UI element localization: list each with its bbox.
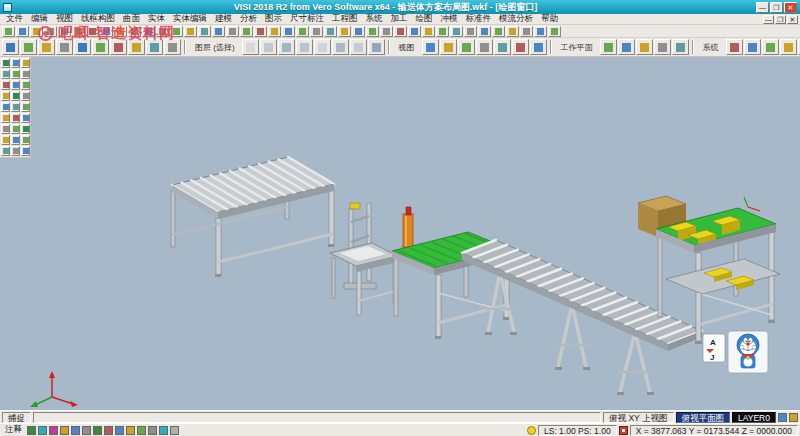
tool-icon[interactable] <box>27 426 36 435</box>
menu-item[interactable]: 分析 <box>236 13 261 25</box>
tool-icon[interactable] <box>762 39 779 55</box>
tool-icon[interactable] <box>92 39 109 55</box>
tool-icon[interactable] <box>38 426 47 435</box>
tool-icon[interactable] <box>44 26 57 37</box>
tool-icon[interactable] <box>278 39 295 55</box>
tool-icon[interactable] <box>520 26 533 37</box>
viewport[interactable]: A J <box>0 57 800 410</box>
tool-icon[interactable] <box>30 26 43 37</box>
menu-item[interactable]: 系统 <box>362 13 387 25</box>
tool-icon[interactable] <box>38 39 55 55</box>
menu-item[interactable]: 绘图 <box>412 13 437 25</box>
tool-icon[interactable] <box>1 102 10 112</box>
view-plane-field[interactable]: 俯视平面图 <box>676 412 731 423</box>
tool-icon[interactable] <box>2 39 19 55</box>
tool-icon[interactable] <box>1 113 10 123</box>
tool-icon[interactable] <box>137 426 146 435</box>
annotation-toggle[interactable]: 注释 <box>2 424 25 436</box>
menu-item[interactable]: 帮助 <box>537 13 562 25</box>
tool-icon[interactable] <box>146 39 163 55</box>
tool-icon[interactable] <box>618 39 635 55</box>
tool-icon[interactable] <box>56 39 73 55</box>
tool-icon[interactable] <box>21 102 30 112</box>
origin-icon[interactable] <box>619 426 628 435</box>
tool-icon[interactable] <box>11 113 20 123</box>
tool-icon[interactable] <box>464 26 477 37</box>
tool-icon[interactable] <box>654 39 671 55</box>
tool-icon[interactable] <box>212 26 225 37</box>
tool-icon[interactable] <box>142 26 155 37</box>
tool-icon[interactable] <box>128 26 141 37</box>
tool-icon[interactable] <box>72 26 85 37</box>
tool-icon[interactable] <box>82 426 91 435</box>
menu-item[interactable]: 文件 <box>2 13 27 25</box>
tool-icon[interactable] <box>476 39 493 55</box>
tool-icon[interactable] <box>11 102 20 112</box>
tool-icon[interactable] <box>1 124 10 134</box>
tool-icon[interactable] <box>11 91 20 101</box>
snap-button[interactable]: 捕捉 <box>2 412 31 423</box>
menu-item[interactable]: 标准件 <box>462 13 496 25</box>
tool-icon[interactable] <box>100 26 113 37</box>
tool-icon[interactable] <box>422 39 439 55</box>
tool-icon[interactable] <box>324 26 337 37</box>
tool-icon[interactable] <box>11 58 20 68</box>
tool-icon[interactable] <box>60 426 69 435</box>
tool-icon[interactable] <box>128 39 145 55</box>
tool-icon[interactable] <box>21 69 30 79</box>
tool-icon[interactable] <box>268 26 281 37</box>
menu-item[interactable]: 图示 <box>261 13 286 25</box>
view-axes-field[interactable]: 俯视 XY 上视图 <box>603 412 673 423</box>
tool-icon[interactable] <box>436 26 449 37</box>
tool-icon[interactable] <box>242 39 259 55</box>
tool-icon[interactable] <box>600 39 617 55</box>
tool-icon[interactable] <box>380 26 393 37</box>
menu-item[interactable]: 编辑 <box>27 13 52 25</box>
cad-canvas[interactable]: A J <box>0 57 800 410</box>
tool-icon[interactable] <box>726 39 743 55</box>
tool-icon[interactable] <box>478 26 491 37</box>
tool-icon[interactable] <box>368 39 385 55</box>
mdi-restore-button[interactable]: ❐ <box>775 15 786 24</box>
tool-icon[interactable] <box>240 26 253 37</box>
tool-icon[interactable] <box>21 124 30 134</box>
tool-icon[interactable] <box>20 39 37 55</box>
tool-icon[interactable] <box>11 80 20 90</box>
tool-icon[interactable] <box>314 39 331 55</box>
tool-icon[interactable] <box>110 39 127 55</box>
tool-icon[interactable] <box>21 135 30 145</box>
menu-item[interactable]: 线框构图 <box>77 13 119 25</box>
tool-icon[interactable] <box>506 26 519 37</box>
tool-icon[interactable] <box>450 26 463 37</box>
tool-icon[interactable] <box>21 58 30 68</box>
tool-icon[interactable] <box>789 413 798 422</box>
tool-icon[interactable] <box>350 39 367 55</box>
menu-item[interactable]: 实体编辑 <box>169 13 211 25</box>
tool-icon[interactable] <box>254 26 267 37</box>
tool-icon[interactable] <box>366 26 379 37</box>
minimize-button[interactable]: — <box>756 2 769 13</box>
tool-icon[interactable] <box>1 58 10 68</box>
tool-icon[interactable] <box>408 26 421 37</box>
mdi-close-button[interactable]: ✕ <box>787 15 798 24</box>
mdi-minimize-button[interactable]: — <box>763 15 774 24</box>
tool-icon[interactable] <box>170 26 183 37</box>
scale-field[interactable]: LS: 1.00 PS: 1.00 <box>538 425 617 436</box>
tool-icon[interactable] <box>296 39 313 55</box>
tool-icon[interactable] <box>422 26 435 37</box>
tool-icon[interactable] <box>672 39 689 55</box>
tool-icon[interactable] <box>148 426 157 435</box>
tool-icon[interactable] <box>226 26 239 37</box>
menu-item[interactable]: 实体 <box>144 13 169 25</box>
tool-icon[interactable] <box>156 26 169 37</box>
tool-icon[interactable] <box>74 39 91 55</box>
tool-icon[interactable] <box>778 413 787 422</box>
tool-icon[interactable] <box>394 26 407 37</box>
tool-icon[interactable] <box>530 39 547 55</box>
tool-icon[interactable] <box>170 426 179 435</box>
lamp-icon[interactable] <box>527 426 536 435</box>
tool-icon[interactable] <box>1 135 10 145</box>
tool-icon[interactable] <box>21 113 30 123</box>
tool-icon[interactable] <box>296 26 309 37</box>
tool-icon[interactable] <box>2 26 15 37</box>
